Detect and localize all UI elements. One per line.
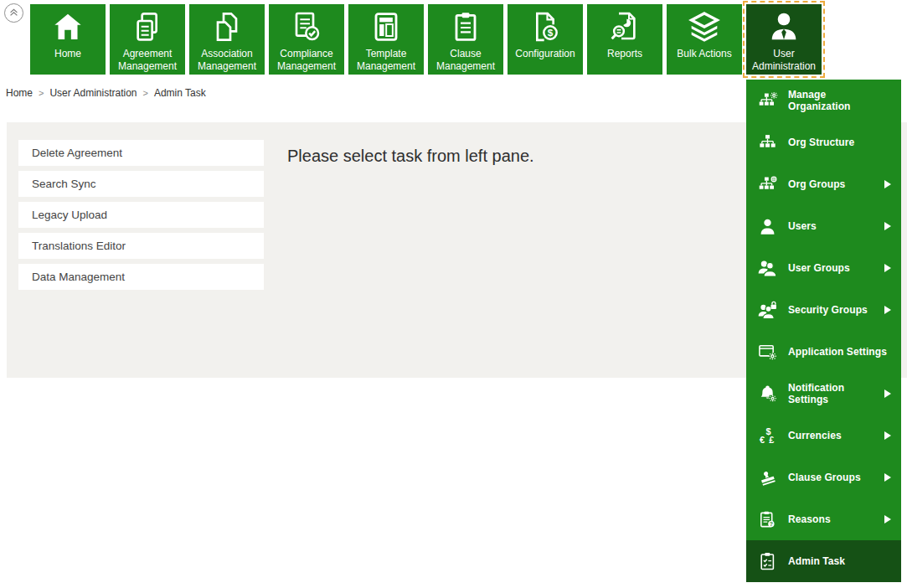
configuration-icon: $ xyxy=(508,10,583,44)
svg-text:?: ? xyxy=(770,520,773,526)
submenu-arrow-icon xyxy=(884,306,891,314)
collapse-ribbon-button[interactable] xyxy=(4,3,23,23)
submenu-arrow-icon xyxy=(884,389,891,398)
application-settings-icon xyxy=(757,342,778,363)
menu-item-label: Notification Settings xyxy=(788,382,884,405)
menu-item-admin-task[interactable]: Admin Task xyxy=(746,540,901,582)
menu-item-label: User Groups xyxy=(788,262,884,274)
security-groups-icon xyxy=(757,300,778,321)
menu-item-label: Security Groups xyxy=(788,304,884,316)
menu-item-org-groups[interactable]: Org Groups xyxy=(746,163,901,205)
org-groups-icon xyxy=(757,174,778,195)
menu-item-label: Manage Organization xyxy=(788,89,891,112)
submenu-arrow-icon xyxy=(884,473,891,482)
menu-item-label: Users xyxy=(788,220,884,232)
nav-tile-label: Reports xyxy=(589,48,661,60)
submenu-arrow-icon xyxy=(884,180,891,188)
nav-tile-label: Bulk Actions xyxy=(668,48,740,60)
collapse-chevrons-icon xyxy=(7,5,21,22)
menu-item-org-structure[interactable]: Org Structure xyxy=(746,121,901,163)
currencies-icon: $€£ xyxy=(757,426,778,446)
nav-tile-label: Clause Management xyxy=(430,48,502,73)
manage-organization-icon xyxy=(757,90,778,111)
user-groups-icon xyxy=(757,258,778,279)
clause-groups-icon xyxy=(757,467,778,488)
nav-tile-label: Template Management xyxy=(350,48,422,73)
breadcrumb: Home>User Administration>Admin Task xyxy=(6,87,206,99)
menu-item-label: Application Settings xyxy=(788,346,891,358)
nav-tile-label: User Administration xyxy=(748,48,820,73)
main-message: Please select task from left pane. xyxy=(287,147,534,166)
menu-item-label: Admin Task xyxy=(788,555,891,567)
nav-tile-user-administration[interactable]: User Administration xyxy=(746,4,822,75)
nav-tile-label: Agreement Management xyxy=(111,48,183,73)
nav-tile-compliance-management[interactable]: Compliance Management xyxy=(269,4,344,75)
nav-tile-home[interactable]: Home xyxy=(30,4,106,75)
submenu-arrow-icon xyxy=(884,264,891,272)
reports-icon xyxy=(587,10,662,44)
nav-tile-clause-management[interactable]: Clause Management xyxy=(428,4,503,75)
template-management-icon xyxy=(348,10,424,44)
menu-item-label: Currencies xyxy=(788,430,884,441)
menu-item-users[interactable]: Users xyxy=(746,205,901,247)
task-list: Delete AgreementSearch SyncLegacy Upload… xyxy=(18,140,264,295)
task-item-legacy-upload[interactable]: Legacy Upload xyxy=(18,202,264,228)
menu-item-label: Reasons xyxy=(788,513,884,525)
svg-text:£: £ xyxy=(769,435,774,445)
menu-item-clause-groups[interactable]: Clause Groups xyxy=(746,456,901,498)
task-item-search-sync[interactable]: Search Sync xyxy=(18,171,264,197)
menu-item-label: Org Groups xyxy=(788,178,884,190)
menu-item-reasons[interactable]: ?Reasons xyxy=(746,498,901,540)
breadcrumb-item-home[interactable]: Home xyxy=(6,87,33,99)
admin-task-icon xyxy=(757,551,778,572)
home-icon xyxy=(30,10,106,44)
submenu-arrow-icon xyxy=(884,431,891,440)
menu-item-application-settings[interactable]: Application Settings xyxy=(746,331,901,373)
nav-tile-label: Configuration xyxy=(509,48,581,60)
agreement-management-icon xyxy=(110,10,185,44)
nav-tile-label: Home xyxy=(32,48,104,60)
breadcrumb-item-admin-task[interactable]: Admin Task xyxy=(154,87,206,99)
nav-tile-reports[interactable]: Reports xyxy=(587,4,662,75)
user-admin-menu: Manage OrganizationOrg StructureOrg Grou… xyxy=(746,80,901,582)
menu-item-label: Clause Groups xyxy=(788,472,884,483)
nav-tile-agreement-management[interactable]: Agreement Management xyxy=(110,4,185,75)
breadcrumb-item-user-administration[interactable]: User Administration xyxy=(49,87,137,99)
compliance-management-icon xyxy=(269,10,344,44)
menu-item-notification-settings[interactable]: Notification Settings xyxy=(746,373,901,415)
users-icon xyxy=(757,216,778,237)
clause-management-icon xyxy=(428,10,503,44)
menu-item-security-groups[interactable]: Security Groups xyxy=(746,289,901,331)
svg-text:€: € xyxy=(760,435,765,445)
notification-settings-icon xyxy=(757,384,778,405)
user-administration-icon xyxy=(746,10,822,44)
nav-tile-label: Compliance Management xyxy=(271,48,343,73)
submenu-arrow-icon xyxy=(884,222,891,230)
svg-text:$: $ xyxy=(548,27,554,38)
org-structure-icon xyxy=(757,132,778,153)
submenu-arrow-icon xyxy=(884,515,891,524)
menu-item-user-groups[interactable]: User Groups xyxy=(746,247,901,289)
reasons-icon: ? xyxy=(757,509,778,530)
breadcrumb-separator: > xyxy=(39,88,44,98)
bulk-actions-icon xyxy=(667,10,742,44)
nav-tile-template-management[interactable]: Template Management xyxy=(348,4,424,75)
nav-tiles: HomeAgreement ManagementAssociation Mana… xyxy=(30,4,822,75)
nav-tile-bulk-actions[interactable]: Bulk Actions xyxy=(667,4,742,75)
task-item-data-management[interactable]: Data Management xyxy=(18,264,264,290)
breadcrumb-separator: > xyxy=(143,88,148,98)
association-management-icon xyxy=(189,10,265,44)
menu-item-manage-organization[interactable]: Manage Organization xyxy=(746,80,901,121)
menu-item-label: Org Structure xyxy=(788,137,891,148)
nav-tile-label: Association Management xyxy=(191,48,263,73)
task-item-delete-agreement[interactable]: Delete Agreement xyxy=(18,140,264,166)
nav-tile-configuration[interactable]: $Configuration xyxy=(508,4,583,75)
menu-item-currencies[interactable]: $€£Currencies xyxy=(746,415,901,456)
task-item-translations-editor[interactable]: Translations Editor xyxy=(18,233,264,259)
nav-tile-association-management[interactable]: Association Management xyxy=(189,4,265,75)
